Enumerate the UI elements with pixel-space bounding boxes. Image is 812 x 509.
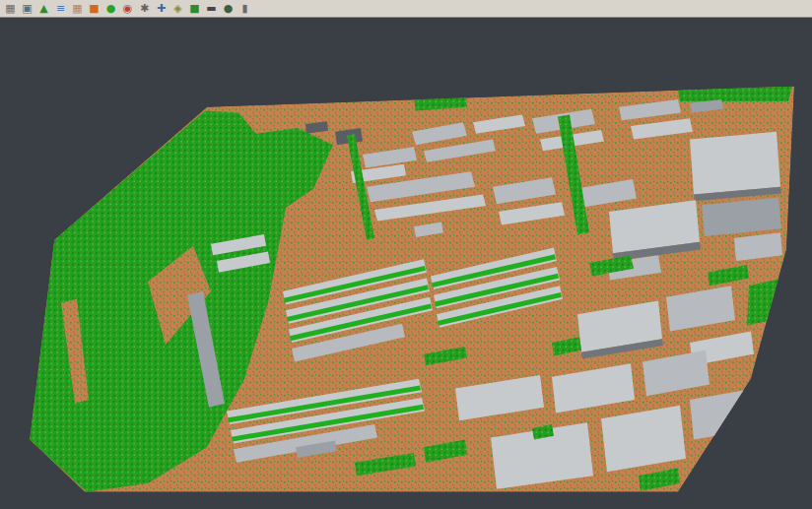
open-icon[interactable]: ▦ <box>3 1 18 16</box>
globe-icon[interactable]: ● <box>103 1 118 16</box>
toolbar-icons: ▦▣▲≡▦■●◉✱✚◈■▬●▮ <box>0 1 252 16</box>
contour-icon[interactable]: ≡ <box>53 1 68 16</box>
ortho-icon[interactable]: ■ <box>87 1 102 16</box>
cube-icon[interactable]: ■ <box>187 1 202 16</box>
toolbar: ▦▣▲≡▦■●◉✱✚◈■▬●▮ <box>0 0 812 18</box>
print-icon[interactable]: ▬ <box>204 1 219 16</box>
building-roof <box>690 132 780 195</box>
viewport-3d[interactable] <box>0 18 812 509</box>
application-window: ▦▣▲≡▦■●◉✱✚◈■▬●▮ <box>0 0 812 509</box>
classification-icon[interactable]: ◉ <box>120 1 135 16</box>
crop-icon[interactable]: ◈ <box>170 1 185 16</box>
vegetation-patch <box>678 86 792 100</box>
terrain-icon[interactable]: ▲ <box>36 1 51 16</box>
point-cloud-scene[interactable] <box>0 18 812 509</box>
settings-icon[interactable]: ✱ <box>137 1 152 16</box>
vegetation-patch <box>747 278 783 325</box>
sphere-icon[interactable]: ● <box>221 1 236 16</box>
save-icon[interactable]: ▣ <box>20 1 34 16</box>
histogram-icon[interactable]: ▮ <box>237 1 252 16</box>
mesh-icon[interactable]: ▦ <box>70 1 85 16</box>
terrain-model <box>30 86 794 491</box>
measure-icon[interactable]: ✚ <box>154 1 169 16</box>
